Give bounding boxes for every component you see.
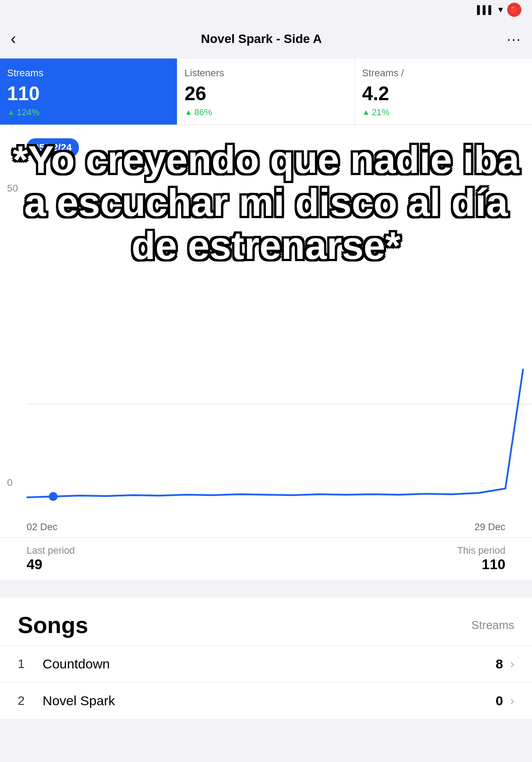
last-period-label: Last period [27, 545, 75, 556]
this-period-label: This period [457, 545, 505, 556]
back-button[interactable]: ‹ [11, 30, 16, 48]
last-period: Last period 49 [27, 545, 75, 573]
status-bar: ▌▌▌ ▼ 🔴 [0, 0, 532, 20]
meme-chart-container: *Yo creyendo que nadie iba a escuchar mi… [0, 125, 532, 580]
stats-tabs: Streams 110 ▲ 124% Listeners 26 ▲ 86% St… [0, 59, 532, 125]
song-row-2[interactable]: 2 Novel Spark 0 › [0, 682, 532, 719]
chevron-right-icon-2: › [510, 694, 514, 708]
songs-header: Songs Streams [0, 598, 532, 645]
streams-per-arrow-icon: ▲ [362, 108, 370, 117]
listeners-tab-label: Listeners [184, 67, 347, 79]
streams-per-tab-value: 4.2 [362, 82, 525, 105]
listeners-arrow-icon: ▲ [184, 108, 192, 117]
streams-per-tab-change: ▲ 21% [362, 107, 525, 117]
streams-chart [0, 347, 532, 524]
x-label-right: 29 Dec [474, 521, 505, 533]
song-streams-1: 8 [496, 656, 503, 672]
page-title: Novel Spark - Side A [201, 32, 322, 46]
signal-icon: ▌▌▌ [477, 5, 494, 15]
nav-header: ‹ Novel Spark - Side A ··· [0, 20, 532, 59]
streams-per-tab-label: Streams / [362, 67, 525, 79]
song-number-2: 2 [18, 694, 34, 708]
songs-section: Songs Streams 1 Countdown 8 › 2 Novel Sp… [0, 598, 532, 719]
streams-tab-label: Streams [7, 67, 170, 79]
this-period: This period 110 [457, 545, 505, 573]
battery-icon: 🔴 [507, 3, 521, 17]
songs-streams-label: Streams [471, 618, 514, 632]
meme-overlay: *Yo creyendo que nadie iba a escuchar mi… [0, 125, 532, 267]
songs-title: Songs [18, 612, 88, 638]
period-comparison: Last period 49 This period 110 [0, 537, 532, 580]
svg-point-1 [49, 492, 58, 501]
last-period-value: 49 [27, 556, 75, 573]
tab-streams-per[interactable]: Streams / 4.2 ▲ 21% [355, 59, 532, 125]
song-name-2: Novel Spark [43, 693, 115, 708]
song-row[interactable]: 1 Countdown 8 › [0, 645, 532, 682]
song-number-1: 1 [18, 657, 34, 671]
meme-text: *Yo creyendo que nadie iba a escuchar mi… [9, 138, 523, 267]
more-button[interactable]: ··· [507, 31, 521, 47]
song-right-1: 8 › [496, 656, 514, 672]
tab-listeners[interactable]: Listeners 26 ▲ 86% [177, 59, 354, 125]
tab-streams[interactable]: Streams 110 ▲ 124% [0, 59, 177, 125]
download-icon: ▼ [497, 5, 505, 15]
song-streams-2: 0 [496, 693, 503, 708]
song-info-1: 1 Countdown [18, 656, 110, 672]
streams-tab-value: 110 [7, 82, 170, 105]
status-icons: ▌▌▌ ▼ 🔴 [477, 3, 521, 17]
song-info-2: 2 Novel Spark [18, 693, 115, 708]
chevron-right-icon-1: › [510, 657, 514, 671]
song-name-1: Countdown [43, 656, 110, 672]
streams-tab-change: ▲ 124% [7, 107, 170, 117]
streams-arrow-icon: ▲ [7, 108, 15, 117]
song-right-2: 0 › [496, 693, 514, 708]
this-period-value: 110 [457, 556, 505, 573]
y-axis-0: 0 [7, 477, 12, 488]
listeners-tab-value: 26 [184, 82, 347, 105]
listeners-tab-change: ▲ 86% [184, 107, 347, 117]
x-label-left: 02 Dec [27, 521, 58, 533]
